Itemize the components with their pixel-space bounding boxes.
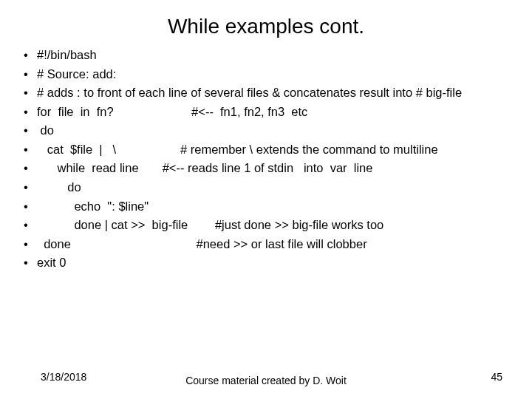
code-line: done | cat >> big-file #just done >> big… (22, 216, 510, 235)
slide-content: #!/bin/bash # Source: add: # adds : to f… (0, 46, 532, 273)
code-line: for file in fn? #<-- fn1, fn2, fn3 etc (22, 103, 510, 122)
code-line: done #need >> or last file will clobber (22, 235, 510, 254)
code-line: do (22, 178, 510, 197)
code-line: exit 0 (22, 253, 510, 273)
slide-title: While examples cont. (0, 0, 532, 46)
code-line: #!/bin/bash (22, 46, 510, 65)
footer-page-number: 45 (491, 371, 502, 383)
code-line: echo ": $line" (22, 197, 510, 216)
code-line: # Source: add: (22, 65, 510, 84)
code-line: cat $file | \ # remember \ extends the c… (22, 140, 510, 160)
code-text: # adds : to front of each line of severa… (37, 86, 462, 99)
code-line: while read line #<-- reads line 1 of std… (22, 159, 510, 178)
code-line: # adds : to front of each line of severa… (22, 83, 510, 103)
footer-center: Course material created by D. Woit (0, 375, 532, 387)
slide: While examples cont. #!/bin/bash # Sourc… (0, 0, 532, 399)
code-line: do (22, 121, 510, 140)
bullet-list: #!/bin/bash # Source: add: # adds : to f… (22, 46, 510, 273)
